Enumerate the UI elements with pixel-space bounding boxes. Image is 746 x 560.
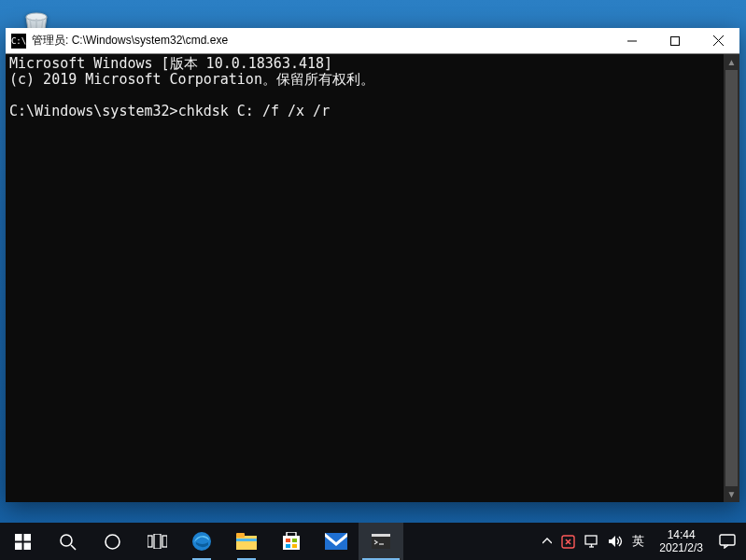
security-icon[interactable] bbox=[561, 535, 575, 549]
window-title: 管理员: C:\Windows\system32\cmd.exe bbox=[32, 33, 228, 49]
svg-rect-20 bbox=[292, 544, 297, 548]
action-center-button[interactable] bbox=[709, 523, 746, 560]
window-client-area: Microsoft Windows [版本 10.0.18363.418] (c… bbox=[6, 53, 739, 502]
svg-rect-3 bbox=[15, 534, 22, 541]
search-button[interactable] bbox=[45, 523, 90, 560]
system-tray: 英 bbox=[533, 523, 654, 560]
titlebar[interactable]: C:\ 管理员: C:\Windows\system32\cmd.exe bbox=[6, 28, 739, 53]
svg-rect-26 bbox=[720, 535, 735, 545]
svg-rect-21 bbox=[325, 533, 347, 550]
svg-rect-17 bbox=[286, 539, 290, 542]
svg-rect-11 bbox=[162, 536, 167, 547]
taskbar-cmd[interactable] bbox=[359, 523, 403, 560]
clock-time: 14:44 bbox=[659, 528, 703, 541]
scroll-track[interactable] bbox=[724, 70, 739, 486]
close-button[interactable] bbox=[697, 28, 739, 53]
terminal-line: (c) 2019 Microsoft Corporation。保留所有权利。 bbox=[9, 71, 374, 88]
svg-rect-14 bbox=[236, 533, 245, 538]
taskbar-edge[interactable] bbox=[179, 523, 224, 560]
scroll-thumb[interactable] bbox=[725, 70, 738, 486]
taskbar-store[interactable] bbox=[269, 523, 314, 560]
terminal-prompt: C:\Windows\system32> bbox=[9, 103, 178, 119]
taskbar-file-explorer[interactable] bbox=[224, 523, 269, 560]
clock-date: 2021/2/3 bbox=[659, 541, 703, 554]
scroll-up-button[interactable]: ▲ bbox=[724, 54, 739, 70]
svg-point-8 bbox=[106, 535, 120, 549]
svg-rect-6 bbox=[23, 542, 31, 550]
terminal-line: Microsoft Windows [版本 10.0.18363.418] bbox=[9, 55, 332, 72]
scroll-down-button[interactable]: ▼ bbox=[724, 486, 739, 502]
svg-rect-16 bbox=[283, 536, 300, 550]
taskbar: 英 14:44 2021/2/3 bbox=[0, 523, 746, 560]
vertical-scrollbar[interactable]: ▲ ▼ bbox=[724, 54, 739, 502]
svg-rect-5 bbox=[15, 542, 22, 550]
desktop: C:\ 管理员: C:\Windows\system32\cmd.exe Mic… bbox=[0, 0, 746, 560]
cmd-window: C:\ 管理员: C:\Windows\system32\cmd.exe Mic… bbox=[6, 28, 739, 502]
svg-point-7 bbox=[61, 535, 72, 546]
svg-point-12 bbox=[192, 532, 211, 551]
network-icon[interactable] bbox=[584, 535, 598, 548]
terminal-command: chkdsk C: /f /x /r bbox=[178, 103, 331, 119]
svg-rect-15 bbox=[236, 539, 257, 541]
start-button[interactable] bbox=[0, 523, 45, 560]
terminal-output[interactable]: Microsoft Windows [版本 10.0.18363.418] (c… bbox=[6, 54, 724, 502]
task-view-button[interactable] bbox=[134, 523, 179, 560]
svg-rect-23 bbox=[372, 534, 390, 537]
svg-rect-13 bbox=[236, 536, 257, 550]
svg-rect-10 bbox=[154, 534, 161, 549]
tray-overflow-icon[interactable] bbox=[542, 537, 552, 546]
svg-rect-4 bbox=[23, 534, 31, 541]
svg-rect-25 bbox=[585, 536, 597, 544]
cmd-app-icon: C:\ bbox=[11, 34, 26, 49]
taskbar-clock[interactable]: 14:44 2021/2/3 bbox=[654, 523, 709, 560]
svg-rect-18 bbox=[292, 539, 297, 542]
volume-icon[interactable] bbox=[608, 535, 623, 548]
svg-rect-2 bbox=[671, 36, 680, 45]
minimize-button[interactable] bbox=[611, 28, 654, 53]
cortana-button[interactable] bbox=[90, 523, 134, 560]
taskbar-mail[interactable] bbox=[314, 523, 359, 560]
svg-rect-9 bbox=[148, 536, 152, 547]
maximize-button[interactable] bbox=[654, 28, 697, 53]
svg-rect-19 bbox=[286, 544, 290, 548]
ime-indicator[interactable]: 英 bbox=[632, 533, 644, 550]
